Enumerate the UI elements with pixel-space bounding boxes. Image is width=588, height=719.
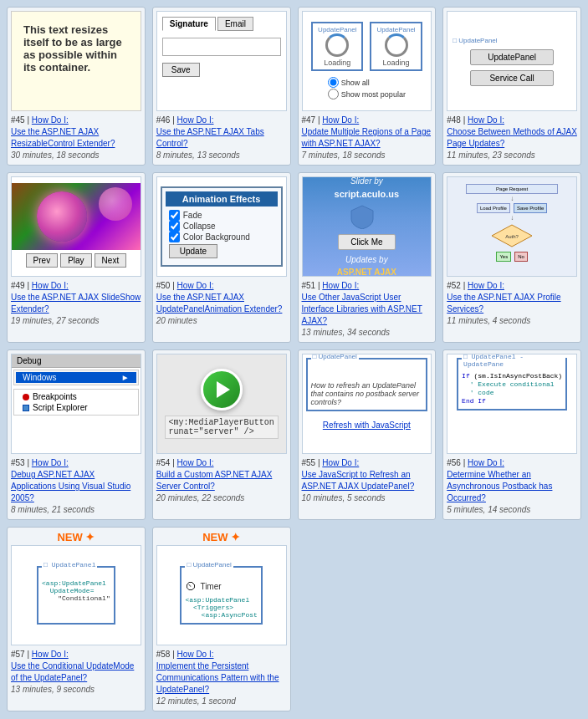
title-link-56[interactable]: Determine Whether an Asynchronous Postba… xyxy=(447,470,552,502)
title-link-51[interactable]: Use Other JavaScript User Interface Libr… xyxy=(302,293,422,325)
title-link-49[interactable]: Use the ASP.NET AJAX SlideShow Extender? xyxy=(11,293,141,314)
panel-title-58: □ UpdatePanel xyxy=(185,561,233,569)
how-do-i-link-47[interactable]: How Do I: xyxy=(322,115,359,125)
breakpoints-label: Breakpoints xyxy=(33,392,77,401)
code-execute: ' Execute conditional xyxy=(470,380,555,388)
prev-button[interactable]: Prev xyxy=(26,253,59,268)
how-do-i-link-50[interactable]: How Do I: xyxy=(177,281,214,290)
radio-show-all[interactable] xyxy=(328,77,339,88)
color-bg-checkbox[interactable] xyxy=(169,232,180,242)
duration-50: 20 minutes xyxy=(156,316,197,325)
meta-47: #47 | How Do I: Update Multiple Regions … xyxy=(302,115,432,161)
how-do-i-link-49[interactable]: How Do I: xyxy=(32,281,69,290)
thumb-50: Animation Effects Fade Collapse Color Ba… xyxy=(156,176,287,277)
code-line-3: ' code xyxy=(462,389,562,396)
title-link-46[interactable]: Use the ASP.NET AJAX Tabs Control? xyxy=(156,127,264,148)
update-button-50[interactable]: Update xyxy=(169,244,217,258)
code-if: If xyxy=(462,372,470,380)
windows-menu-item[interactable]: Windows ► xyxy=(16,372,136,383)
card-56: □ UpdatePanel - UpdatePane If (sm.IsInAs… xyxy=(442,349,581,520)
how-do-i-link-53[interactable]: How Do I: xyxy=(32,458,69,467)
meta-57: #57 | How Do I: Use the Conditional Upda… xyxy=(11,649,141,696)
timer-row-58: ⏲ Timer xyxy=(185,579,257,593)
tab-signature[interactable]: Signature xyxy=(162,17,216,31)
tab-email[interactable]: Email xyxy=(217,17,253,31)
title-link-57[interactable]: Use the Conditional UpdateMode of the Up… xyxy=(11,661,134,682)
card-number: #54 xyxy=(156,458,171,467)
debug-submenu: Breakpoints Script Explorer xyxy=(13,389,139,416)
card-number: #46 xyxy=(156,115,171,125)
how-do-i-link-55[interactable]: How Do I: xyxy=(322,458,359,467)
meta-52: #52 | How Do I: Use the ASP.NET AJAX Pro… xyxy=(447,280,577,327)
title-link-45[interactable]: Use the ASP.NET AJAX ResizableControl Ex… xyxy=(11,127,115,148)
collapse-checkbox[interactable] xyxy=(169,221,180,232)
play-button-54[interactable] xyxy=(201,369,243,410)
how-do-i-link-51[interactable]: How Do I: xyxy=(322,281,359,290)
radio-show-popular[interactable] xyxy=(328,89,339,99)
card-grid: This text resizes itself to be as large … xyxy=(0,0,588,718)
thumb-57: □ UpdatePanel <asp:UpdatePanel UpdateMod… xyxy=(11,545,141,645)
title-link-54[interactable]: Build a Custom ASP.NET AJAX Server Contr… xyxy=(156,470,273,491)
how-do-i-link-57[interactable]: How Do I: xyxy=(32,650,69,659)
how-do-i-link-56[interactable]: How Do I: xyxy=(468,458,504,467)
card-number: #45 xyxy=(11,115,25,125)
meta-53: #53 | How Do I: Debug ASP.NET AJAX Appli… xyxy=(11,457,141,516)
code-tag-54: <my:MediaPlayerButtonrunat="server" /> xyxy=(165,416,279,439)
card-number: #50 xyxy=(156,281,171,290)
card-55: □ UpdatePanel How to refresh an UpdatePa… xyxy=(298,349,437,520)
asp-triggers-line1: <asp:UpdatePanel xyxy=(185,596,249,604)
refresh-link[interactable]: Refresh with JavaScript xyxy=(323,421,411,430)
how-do-i-link-48[interactable]: How Do I: xyxy=(468,115,504,125)
save-button-46[interactable]: Save xyxy=(162,63,200,77)
click-me-button[interactable]: Click Me xyxy=(338,234,395,250)
title-link-48[interactable]: Choose Between Methods of AJAX Page Upda… xyxy=(447,127,577,148)
title-link-50[interactable]: Use the ASP.NET AJAX UpdatePanelAnimatio… xyxy=(156,293,283,314)
how-do-i-link-45[interactable]: How Do I: xyxy=(32,115,69,125)
code-code: ' code xyxy=(470,389,494,396)
loading-label-2: Loading xyxy=(376,59,415,67)
duration-48: 11 minutes, 23 seconds xyxy=(447,150,535,160)
title-link-58[interactable]: Implement the Persistent Communications … xyxy=(156,661,279,694)
flower-decoration-2 xyxy=(99,187,132,221)
code-endif: End If xyxy=(462,397,486,405)
updatepanel-button[interactable]: UpdatePanel xyxy=(470,49,554,65)
duration-56: 5 minutes, 14 seconds xyxy=(447,505,530,514)
card-number: #58 xyxy=(156,650,171,659)
panel-spacer-58 xyxy=(185,571,257,579)
how-do-i-link-58[interactable]: How Do I: xyxy=(177,650,214,659)
card-54: <my:MediaPlayerButtonrunat="server" /> #… xyxy=(152,349,291,520)
duration-58: 12 minutes, 1 second xyxy=(156,696,236,706)
script-explorer-label: Script Explorer xyxy=(33,403,88,412)
signature-input[interactable] xyxy=(162,38,281,56)
title-link-53[interactable]: Debug ASP.NET AJAX Applications Using Vi… xyxy=(11,470,130,502)
loading-spinner-2 xyxy=(385,33,408,57)
play-button[interactable]: Play xyxy=(60,253,91,268)
script-explorer-item[interactable]: Script Explorer xyxy=(16,402,136,413)
breakpoints-item[interactable]: Breakpoints xyxy=(16,391,136,402)
meta-45: #45 | How Do I: Use the ASP.NET AJAX Res… xyxy=(11,115,141,161)
next-button[interactable]: Next xyxy=(95,253,127,268)
fc-diamond-wrapper: Auth? xyxy=(491,224,533,249)
meta-54: #54 | How Do I: Build a Custom ASP.NET A… xyxy=(156,457,287,504)
slideshow-controls: Prev Play Next xyxy=(23,250,130,271)
card-49: Prev Play Next #49 | How Do I: Use the A… xyxy=(7,172,146,343)
duration-55: 10 minutes, 5 seconds xyxy=(302,493,386,502)
title-link-47[interactable]: Update Multiple Regions of a Page with A… xyxy=(302,127,432,148)
fade-checkbox[interactable] xyxy=(169,210,180,221)
fc-box-3: Save Profile xyxy=(514,203,547,213)
title-link-55[interactable]: Use JavaScript to Refresh an ASP.NET AJA… xyxy=(302,470,415,491)
new-badge-58: NEW ✦ xyxy=(156,531,287,543)
title-link-52[interactable]: Use the ASP.NET AJAX Profile Services? xyxy=(447,293,560,314)
how-do-i-link-54[interactable]: How Do I: xyxy=(177,458,214,467)
fc-row-2: Yes No xyxy=(454,252,570,262)
refresh-link-container: Refresh with JavaScript xyxy=(323,420,411,430)
shield-icon xyxy=(350,204,383,229)
loading-label-1: Loading xyxy=(318,59,356,67)
service-call-button[interactable]: Service Call xyxy=(470,70,554,86)
meta-55: #55 | How Do I: Use JavaScript to Refres… xyxy=(302,457,432,504)
card-number: #57 xyxy=(11,650,25,659)
how-do-i-link-52[interactable]: How Do I: xyxy=(468,281,504,290)
fc-arrow-2: ↓ xyxy=(510,214,514,222)
up-panel-spacer xyxy=(311,363,423,373)
how-do-i-link-46[interactable]: How Do I: xyxy=(177,115,214,125)
